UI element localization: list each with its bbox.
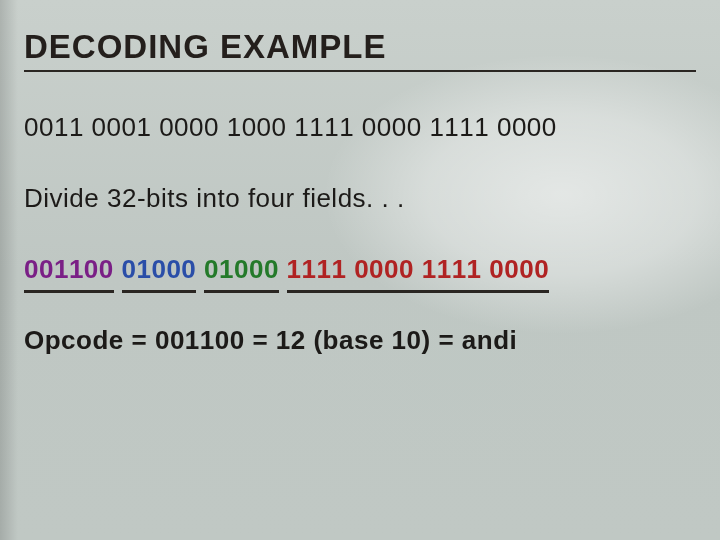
field-imm: 1111 0000 1111 0000 [287,254,550,284]
underline-opcode [24,290,114,293]
fields-row: 001100 01000 01000 1111 0000 1111 0000 [24,254,696,285]
result-line: Opcode = 001100 = 12 (base 10) = andi [24,325,696,356]
slide-title: DECODING EXAMPLE [24,28,696,72]
slide: DECODING EXAMPLE 0011 0001 0000 1000 111… [0,0,720,540]
field-rs: 01000 [122,254,197,284]
fields-text: 001100 01000 01000 1111 0000 1111 0000 [24,254,549,284]
underline-rs [122,290,197,293]
field-opcode: 001100 [24,254,114,284]
fields-inner: 001100 01000 01000 1111 0000 1111 0000 [24,254,549,285]
underline-imm [287,290,550,293]
instruction-text: Divide 32-bits into four fields. . . [24,183,696,214]
raw-bits: 0011 0001 0000 1000 1111 0000 1111 0000 [24,112,696,143]
field-rt: 01000 [204,254,279,284]
field-underlines [24,290,549,293]
underline-rt [204,290,279,293]
